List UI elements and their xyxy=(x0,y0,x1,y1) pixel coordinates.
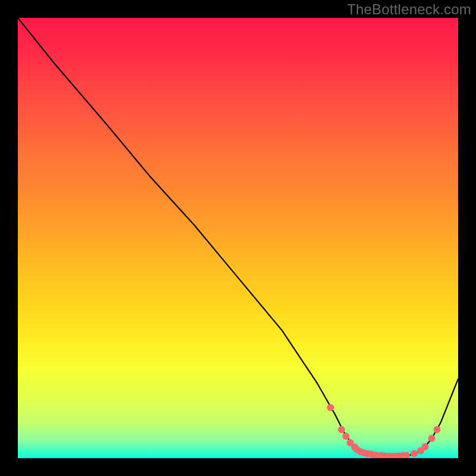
bottleneck-curve xyxy=(18,18,458,456)
highlight-marker xyxy=(411,450,418,458)
highlight-marker xyxy=(342,433,349,440)
highlight-marker xyxy=(338,426,345,433)
chart-container: TheBottleneck.com xyxy=(0,0,476,476)
highlight-marker xyxy=(327,404,334,411)
highlight-marker xyxy=(433,426,440,433)
plot-area xyxy=(18,18,458,458)
line-overlay xyxy=(18,18,458,458)
watermark-text: TheBottleneck.com xyxy=(347,1,471,18)
highlight-marker xyxy=(422,443,429,450)
highlight-marker xyxy=(428,435,436,442)
